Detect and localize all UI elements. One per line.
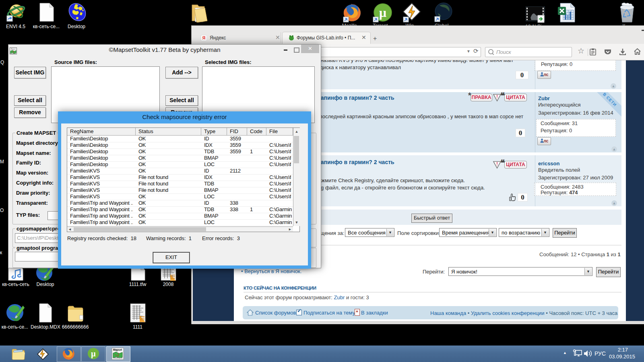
svg-text:!: !: [496, 161, 498, 166]
svg-text:!: !: [496, 94, 498, 99]
svg-text:µ: µ: [379, 5, 386, 20]
svg-text:µ: µ: [91, 349, 96, 358]
svg-text:Mapset: Mapset: [113, 348, 122, 352]
